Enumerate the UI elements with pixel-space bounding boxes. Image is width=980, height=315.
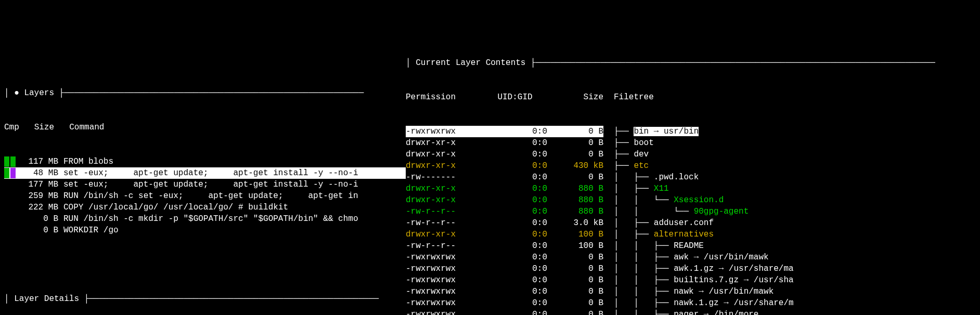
cmp-indicator <box>4 168 17 178</box>
tree-prefix: │ │ ├── <box>614 264 674 273</box>
file-size: 880 B <box>551 206 603 217</box>
filetree-row[interactable]: drwxr-xr-x0:0880 B│ ├── X11 <box>406 183 980 194</box>
tree-node: ├── boot <box>603 137 654 149</box>
uidgid: 0:0 <box>476 309 551 315</box>
layer-command: COPY /usr/local/go/ /usr/local/go/ # bui… <box>63 202 288 213</box>
filetree-row[interactable]: -rw-r--r--0:0100 B│ │ ├── README <box>406 240 980 252</box>
file-size: 3.0 kB <box>551 217 603 229</box>
permission: drwxr-xr-x <box>406 137 476 149</box>
tree-node: │ ├── X11 <box>603 183 669 194</box>
tree-prefix: │ │ ├── <box>614 287 674 296</box>
layers-header-row: Cmp Size Command <box>4 122 406 133</box>
layer-row[interactable]: 259 MBRUN /bin/sh -c set -eux; apt-get u… <box>4 190 406 202</box>
details-title: Layer Details <box>14 294 79 304</box>
file-name: bin → usr/bin <box>634 127 699 136</box>
permission: -rw-r--r-- <box>406 217 476 229</box>
filetree-row[interactable]: -rw-r--r--0:0880 B│ │ └── 90gpg-agent <box>406 206 980 217</box>
filetree-row[interactable]: drwxr-xr-x0:0100 B│ ├── alternatives <box>406 229 980 240</box>
filetree-row[interactable]: drwxr-xr-x0:0430 kB├── etc <box>406 160 980 172</box>
file-size: 0 B <box>551 149 603 160</box>
layer-row[interactable]: 48 MBset -eux; apt-get update; apt-get i… <box>4 167 406 179</box>
layer-row[interactable]: 0 BWORKDIR /go <box>4 225 406 236</box>
layers-section-header: │ ● Layers ├────────────────────────────… <box>4 87 406 99</box>
tree-prefix: │ │ ├── <box>614 310 674 315</box>
header-filetree: Filetree <box>603 91 654 103</box>
layer-row[interactable]: 177 MBset -eux; apt-get update; apt-get … <box>4 179 406 190</box>
tree-prefix: │ │ ├── <box>614 298 674 308</box>
filetree-row[interactable]: -rwxrwxrwx0:00 B│ │ ├── nawk → /usr/bin/… <box>406 286 980 297</box>
tree-node: │ ├── alternatives <box>603 229 714 240</box>
tree-node: │ │ └── 90gpg-agent <box>603 206 749 217</box>
file-name: adduser.conf <box>654 218 714 228</box>
filetree-row[interactable]: -rwxrwxrwx0:00 B│ │ ├── awk → /usr/bin/m… <box>406 252 980 263</box>
filetree-row[interactable]: -rwxrwxrwx0:00 B│ │ ├── awk.1.gz → /usr/… <box>406 263 980 274</box>
header-uidgid: UID:GID <box>476 91 554 103</box>
file-name: 90gpg-agent <box>694 207 749 216</box>
layer-size: 0 B <box>17 225 63 236</box>
uidgid: 0:0 <box>476 297 551 309</box>
filetree-row[interactable]: -rw-------0:00 B│ ├── .pwd.lock <box>406 172 980 183</box>
uidgid: 0:0 <box>476 183 551 194</box>
filetree-row[interactable]: -rwxrwxrwx0:00 B├── bin → usr/bin <box>406 126 980 137</box>
cmp-indicator <box>4 156 17 167</box>
tree-node: │ │ ├── builtins.7.gz → /usr/sha <box>603 274 794 286</box>
tree-node: │ ├── adduser.conf <box>603 217 714 229</box>
filetree-row[interactable]: -rwxrwxrwx0:00 B│ │ ├── nawk.1.gz → /usr… <box>406 297 980 309</box>
file-name: awk → /usr/bin/mawk <box>674 253 768 262</box>
tree-node: │ │ ├── pager → /bin/more <box>603 309 758 315</box>
file-size: 0 B <box>551 274 603 286</box>
tree-node: │ │ ├── awk.1.gz → /usr/share/ma <box>603 263 794 274</box>
permission: -rw------- <box>406 172 476 183</box>
permission: drwxr-xr-x <box>406 149 476 160</box>
filetree-row[interactable]: drwxr-xr-x0:00 B├── dev <box>406 149 980 160</box>
tree-prefix: │ │ ├── <box>614 241 674 251</box>
header-permission: Permission <box>406 91 476 103</box>
permission: -rwxrwxrwx <box>406 286 476 297</box>
filetree-row[interactable]: -rwxrwxrwx0:00 B│ │ ├── pager → /bin/mor… <box>406 309 980 315</box>
file-name: pager → /bin/more <box>674 310 758 315</box>
tree-node: ├── bin → usr/bin <box>603 126 699 137</box>
uidgid: 0:0 <box>476 252 551 263</box>
file-name: boot <box>634 138 653 148</box>
file-size: 880 B <box>551 194 603 206</box>
file-size: 0 B <box>551 297 603 309</box>
tree-prefix: │ │ └── <box>614 207 694 216</box>
details-section-header: │ Layer Details ├───────────────────────… <box>4 293 406 305</box>
file-name: nawk → /usr/bin/mawk <box>674 287 773 296</box>
left-pane: │ ● Layers ├────────────────────────────… <box>0 34 406 315</box>
filetree-row[interactable]: drwxr-xr-x0:0880 B│ │ └── Xsession.d <box>406 194 980 206</box>
permission: -rwxrwxrwx <box>406 309 476 315</box>
file-name: README <box>674 241 704 251</box>
tree-prefix: ├── <box>614 138 634 148</box>
file-name: Xsession.d <box>674 195 724 205</box>
layer-command: WORKDIR /go <box>63 225 119 236</box>
uidgid: 0:0 <box>476 286 551 297</box>
layer-command: set -eux; apt-get update; apt-get instal… <box>63 179 358 190</box>
uidgid: 0:0 <box>476 229 551 240</box>
permission: -rwxrwxrwx <box>406 252 476 263</box>
permission: -rwxrwxrwx <box>406 297 476 309</box>
layer-row[interactable]: 0 BRUN /bin/sh -c mkdir -p "$GOPATH/src"… <box>4 213 406 225</box>
permission: -rw-r--r-- <box>406 206 476 217</box>
header-cmp: Cmp <box>4 123 19 132</box>
layer-size: 0 B <box>17 213 63 225</box>
tree-prefix: ├── <box>614 127 634 136</box>
layer-row[interactable]: 222 MBCOPY /usr/local/go/ /usr/local/go/… <box>4 202 406 213</box>
layer-row[interactable]: 117 MBFROM blobs <box>4 156 406 167</box>
permission: -rwxrwxrwx <box>406 126 476 137</box>
layer-command: RUN /bin/sh -c mkdir -p "$GOPATH/src" "$… <box>63 213 358 225</box>
uidgid: 0:0 <box>476 126 551 137</box>
file-name: nawk.1.gz → /usr/share/m <box>674 298 793 308</box>
tree-node: │ │ ├── awk → /usr/bin/mawk <box>603 252 769 263</box>
layer-size: 259 MB <box>17 190 63 202</box>
tree-node: │ │ ├── README <box>603 240 704 252</box>
filetree-row[interactable]: drwxr-xr-x0:00 B├── boot <box>406 137 980 149</box>
filetree-row[interactable]: -rw-r--r--0:03.0 kB│ ├── adduser.conf <box>406 217 980 229</box>
file-size: 0 B <box>551 172 603 183</box>
file-name: etc <box>634 161 649 170</box>
contents-header-row: Permission UID:GID Size Filetree <box>406 91 980 103</box>
tree-prefix: ├── <box>614 150 634 159</box>
filetree-row[interactable]: -rwxrwxrwx0:00 B│ │ ├── builtins.7.gz → … <box>406 274 980 286</box>
file-name: builtins.7.gz → /usr/sha <box>674 275 793 285</box>
uidgid: 0:0 <box>476 194 551 206</box>
